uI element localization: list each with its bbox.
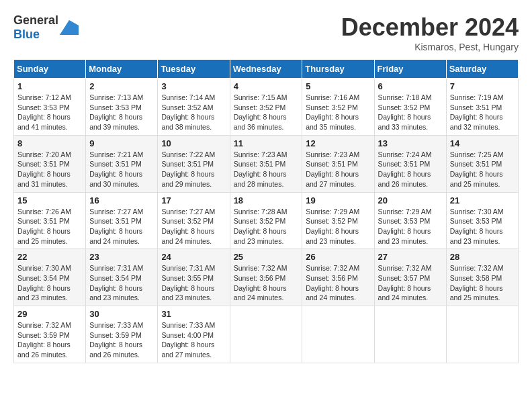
- calendar-week-row: 8Sunrise: 7:20 AM Sunset: 3:51 PM Daylig…: [14, 135, 519, 192]
- day-info: Sunrise: 7:29 AM Sunset: 3:53 PM Dayligh…: [378, 207, 443, 246]
- day-info: Sunrise: 7:31 AM Sunset: 3:54 PM Dayligh…: [89, 263, 154, 303]
- calendar-cell: 28Sunrise: 7:32 AM Sunset: 3:58 PM Dayli…: [446, 249, 518, 306]
- calendar-cell: 12Sunrise: 7:23 AM Sunset: 3:51 PM Dayli…: [302, 135, 374, 192]
- day-info: Sunrise: 7:19 AM Sunset: 3:51 PM Dayligh…: [450, 93, 515, 132]
- day-info: Sunrise: 7:30 AM Sunset: 3:53 PM Dayligh…: [450, 207, 515, 246]
- month-title: December 2024: [341, 13, 519, 42]
- location-subtitle: Kismaros, Pest, Hungary: [341, 42, 519, 52]
- day-info: Sunrise: 7:28 AM Sunset: 3:52 PM Dayligh…: [234, 207, 299, 246]
- day-number: 28: [450, 252, 515, 262]
- day-info: Sunrise: 7:20 AM Sunset: 3:51 PM Dayligh…: [17, 150, 82, 189]
- calendar-cell: 6Sunrise: 7:18 AM Sunset: 3:52 PM Daylig…: [374, 79, 446, 136]
- day-number: 2: [89, 81, 154, 91]
- calendar-cell: 7Sunrise: 7:19 AM Sunset: 3:51 PM Daylig…: [446, 79, 518, 136]
- day-info: Sunrise: 7:15 AM Sunset: 3:52 PM Dayligh…: [234, 93, 299, 132]
- day-number: 21: [450, 195, 515, 205]
- calendar-week-row: 1Sunrise: 7:12 AM Sunset: 3:53 PM Daylig…: [14, 79, 519, 136]
- day-info: Sunrise: 7:23 AM Sunset: 3:51 PM Dayligh…: [306, 150, 370, 189]
- day-info: Sunrise: 7:21 AM Sunset: 3:51 PM Dayligh…: [89, 150, 154, 189]
- calendar-cell: 31Sunrise: 7:33 AM Sunset: 4:00 PM Dayli…: [158, 306, 230, 363]
- col-header-saturday: Saturday: [446, 60, 518, 79]
- calendar-cell: 15Sunrise: 7:26 AM Sunset: 3:51 PM Dayli…: [14, 192, 86, 249]
- day-info: Sunrise: 7:32 AM Sunset: 3:56 PM Dayligh…: [234, 263, 299, 303]
- day-number: 5: [306, 81, 370, 91]
- day-info: Sunrise: 7:24 AM Sunset: 3:51 PM Dayligh…: [378, 150, 443, 189]
- calendar-cell: 10Sunrise: 7:22 AM Sunset: 3:51 PM Dayli…: [158, 135, 230, 192]
- calendar-cell: 8Sunrise: 7:20 AM Sunset: 3:51 PM Daylig…: [14, 135, 86, 192]
- calendar-cell: 20Sunrise: 7:29 AM Sunset: 3:53 PM Dayli…: [374, 192, 446, 249]
- day-info: Sunrise: 7:26 AM Sunset: 3:51 PM Dayligh…: [17, 207, 82, 246]
- calendar-week-row: 15Sunrise: 7:26 AM Sunset: 3:51 PM Dayli…: [14, 192, 519, 249]
- day-info: Sunrise: 7:29 AM Sunset: 3:52 PM Dayligh…: [306, 207, 370, 246]
- day-info: Sunrise: 7:27 AM Sunset: 3:52 PM Dayligh…: [161, 207, 226, 246]
- calendar-cell: 22Sunrise: 7:30 AM Sunset: 3:54 PM Dayli…: [14, 249, 86, 306]
- calendar-cell: 14Sunrise: 7:25 AM Sunset: 3:51 PM Dayli…: [446, 135, 518, 192]
- calendar-cell: 23Sunrise: 7:31 AM Sunset: 3:54 PM Dayli…: [86, 249, 158, 306]
- day-number: 7: [450, 81, 515, 91]
- col-header-wednesday: Wednesday: [230, 60, 302, 79]
- day-number: 29: [17, 309, 82, 319]
- calendar-cell: [302, 306, 374, 363]
- header: General Blue December 2024 Kismaros, Pes…: [13, 13, 519, 52]
- day-number: 15: [17, 195, 82, 205]
- calendar-cell: [374, 306, 446, 363]
- col-header-monday: Monday: [86, 60, 158, 79]
- day-info: Sunrise: 7:33 AM Sunset: 3:59 PM Dayligh…: [89, 320, 154, 360]
- day-number: 9: [89, 138, 154, 148]
- day-info: Sunrise: 7:12 AM Sunset: 3:53 PM Dayligh…: [17, 93, 82, 132]
- calendar-cell: 30Sunrise: 7:33 AM Sunset: 3:59 PM Dayli…: [86, 306, 158, 363]
- day-number: 22: [17, 252, 82, 262]
- calendar-week-row: 22Sunrise: 7:30 AM Sunset: 3:54 PM Dayli…: [14, 249, 519, 306]
- day-info: Sunrise: 7:23 AM Sunset: 3:51 PM Dayligh…: [234, 150, 299, 189]
- calendar-cell: 24Sunrise: 7:31 AM Sunset: 3:55 PM Dayli…: [158, 249, 230, 306]
- calendar-cell: 29Sunrise: 7:32 AM Sunset: 3:59 PM Dayli…: [14, 306, 86, 363]
- day-info: Sunrise: 7:13 AM Sunset: 3:53 PM Dayligh…: [89, 93, 154, 132]
- day-number: 1: [17, 81, 82, 91]
- logo-icon: [60, 20, 79, 35]
- calendar-cell: 11Sunrise: 7:23 AM Sunset: 3:51 PM Dayli…: [230, 135, 302, 192]
- calendar-cell: 21Sunrise: 7:30 AM Sunset: 3:53 PM Dayli…: [446, 192, 518, 249]
- day-info: Sunrise: 7:30 AM Sunset: 3:54 PM Dayligh…: [17, 263, 82, 303]
- day-number: 4: [234, 81, 299, 91]
- day-number: 12: [306, 138, 370, 148]
- day-info: Sunrise: 7:14 AM Sunset: 3:52 AM Dayligh…: [161, 93, 226, 132]
- col-header-sunday: Sunday: [14, 60, 86, 79]
- day-number: 19: [306, 195, 370, 205]
- day-info: Sunrise: 7:18 AM Sunset: 3:52 PM Dayligh…: [378, 93, 443, 132]
- calendar-cell: 19Sunrise: 7:29 AM Sunset: 3:52 PM Dayli…: [302, 192, 374, 249]
- logo-general: General: [13, 13, 58, 27]
- day-info: Sunrise: 7:22 AM Sunset: 3:51 PM Dayligh…: [161, 150, 226, 189]
- calendar-table: SundayMondayTuesdayWednesdayThursdayFrid…: [13, 59, 519, 363]
- day-info: Sunrise: 7:25 AM Sunset: 3:51 PM Dayligh…: [450, 150, 515, 189]
- logo-blue: Blue: [13, 28, 40, 41]
- col-header-friday: Friday: [374, 60, 446, 79]
- calendar-cell: 18Sunrise: 7:28 AM Sunset: 3:52 PM Dayli…: [230, 192, 302, 249]
- calendar-week-row: 29Sunrise: 7:32 AM Sunset: 3:59 PM Dayli…: [14, 306, 519, 363]
- day-number: 17: [161, 195, 226, 205]
- calendar-cell: 2Sunrise: 7:13 AM Sunset: 3:53 PM Daylig…: [86, 79, 158, 136]
- day-info: Sunrise: 7:32 AM Sunset: 3:58 PM Dayligh…: [450, 263, 515, 303]
- day-number: 20: [378, 195, 443, 205]
- day-number: 6: [378, 81, 443, 91]
- calendar-cell: 25Sunrise: 7:32 AM Sunset: 3:56 PM Dayli…: [230, 249, 302, 306]
- day-number: 27: [378, 252, 443, 262]
- day-number: 18: [234, 195, 299, 205]
- calendar-cell: 26Sunrise: 7:32 AM Sunset: 3:56 PM Dayli…: [302, 249, 374, 306]
- logo: General Blue: [13, 13, 79, 42]
- day-number: 13: [378, 138, 443, 148]
- day-number: 3: [161, 81, 226, 91]
- col-header-thursday: Thursday: [302, 60, 374, 79]
- day-number: 8: [17, 138, 82, 148]
- day-info: Sunrise: 7:31 AM Sunset: 3:55 PM Dayligh…: [161, 263, 226, 303]
- calendar-cell: 1Sunrise: 7:12 AM Sunset: 3:53 PM Daylig…: [14, 79, 86, 136]
- calendar-cell: 5Sunrise: 7:16 AM Sunset: 3:52 PM Daylig…: [302, 79, 374, 136]
- day-number: 31: [161, 309, 226, 319]
- day-info: Sunrise: 7:32 AM Sunset: 3:57 PM Dayligh…: [378, 263, 443, 303]
- calendar-cell: 27Sunrise: 7:32 AM Sunset: 3:57 PM Dayli…: [374, 249, 446, 306]
- day-number: 10: [161, 138, 226, 148]
- day-number: 16: [89, 195, 154, 205]
- calendar-cell: 9Sunrise: 7:21 AM Sunset: 3:51 PM Daylig…: [86, 135, 158, 192]
- day-info: Sunrise: 7:32 AM Sunset: 3:56 PM Dayligh…: [306, 263, 370, 303]
- title-block: December 2024 Kismaros, Pest, Hungary: [341, 13, 519, 52]
- calendar-header-row: SundayMondayTuesdayWednesdayThursdayFrid…: [14, 60, 519, 79]
